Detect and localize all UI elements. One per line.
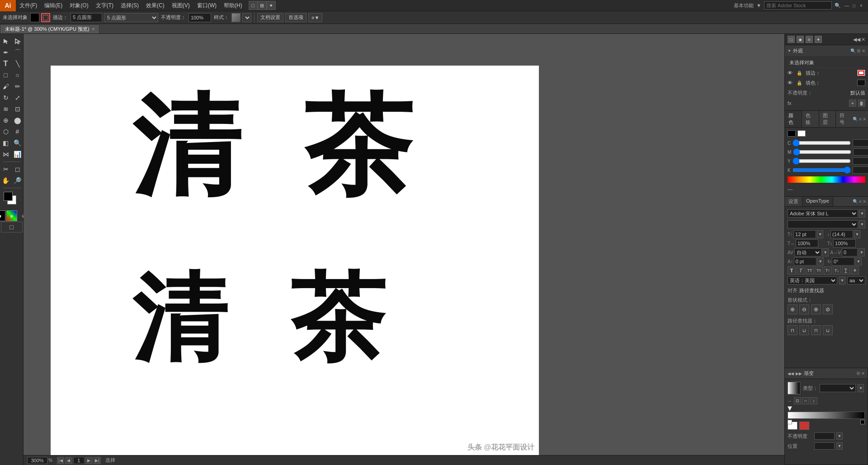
- font-style-select[interactable]: [788, 220, 858, 228]
- color-mode-gradient[interactable]: ■: [6, 210, 17, 221]
- nav-first-button[interactable]: |◀: [57, 457, 64, 464]
- menu-help[interactable]: 帮助(H): [220, 0, 246, 11]
- more-button[interactable]: ≡▼: [308, 13, 322, 22]
- grad-type-select[interactable]: [820, 384, 856, 392]
- tracking-dropdown[interactable]: ▼: [859, 248, 865, 256]
- menu-view[interactable]: 视图(V): [168, 0, 193, 11]
- rect-tool[interactable]: □: [0, 70, 11, 81]
- grad-stop-white[interactable]: [788, 420, 792, 424]
- c-value[interactable]: [853, 139, 868, 147]
- align-value[interactable]: 路径查找器: [799, 287, 824, 294]
- grad-settings-icon[interactable]: ⚙: [856, 371, 860, 376]
- superscript-button[interactable]: T↑: [824, 266, 832, 275]
- appearance-close-icon[interactable]: ✕: [862, 48, 865, 53]
- nav-prev-button[interactable]: ◀: [65, 457, 72, 464]
- k-slider[interactable]: [793, 167, 851, 173]
- gradient-track[interactable]: [788, 412, 865, 419]
- leading-dropdown[interactable]: ▼: [854, 230, 860, 238]
- k-value[interactable]: [853, 166, 868, 174]
- scale-h-input[interactable]: [796, 239, 818, 247]
- minus-button[interactable]: ⊖: [799, 304, 809, 314]
- eraser-tool[interactable]: ◻: [12, 164, 23, 175]
- curvature-tool[interactable]: ⌒: [12, 47, 23, 58]
- m-value[interactable]: [853, 148, 868, 156]
- menu-file[interactable]: 文件(F): [16, 0, 41, 11]
- tab-color[interactable]: 颜色: [785, 111, 802, 127]
- menu-window[interactable]: 窗口(W): [193, 0, 220, 11]
- gradient-tool[interactable]: ◧: [0, 138, 11, 148]
- font-dropdown-icon[interactable]: ▼: [859, 209, 865, 218]
- gradient-preview-swatch[interactable]: [788, 382, 800, 394]
- font-size-dropdown[interactable]: ▼: [817, 230, 823, 238]
- pf-btn-2[interactable]: ⊔: [799, 325, 809, 335]
- panel-icon-2[interactable]: ■: [797, 36, 804, 43]
- artboard-tool[interactable]: □: [1, 222, 23, 232]
- appearance-settings-icon[interactable]: ⚙: [857, 48, 861, 53]
- tracking-input[interactable]: [842, 248, 858, 256]
- rotate-dropdown[interactable]: ▼: [855, 257, 862, 266]
- delete-icon[interactable]: 🗑: [858, 100, 865, 107]
- fg-color-indicator[interactable]: [788, 130, 796, 137]
- zoom-tool[interactable]: 🔎: [12, 175, 23, 186]
- star-icon[interactable]: ✦: [267, 1, 276, 10]
- workspace-dropdown-icon[interactable]: ▼: [756, 3, 761, 8]
- appearance-search-icon[interactable]: 🔍: [850, 48, 856, 53]
- allcaps-button[interactable]: TT: [806, 266, 814, 275]
- stroke-input[interactable]: [71, 13, 102, 22]
- nav-next-button[interactable]: ▶: [85, 457, 93, 464]
- bold-button[interactable]: T: [788, 266, 796, 275]
- style-swatch[interactable]: [231, 13, 241, 22]
- color-close-icon[interactable]: ✕: [863, 117, 866, 122]
- direct-select-tool[interactable]: [12, 36, 23, 47]
- strikethrough-button[interactable]: T: [851, 266, 859, 275]
- style-dropdown[interactable]: ▼: [242, 13, 251, 22]
- stroke-select[interactable]: 5 点圆形: [104, 13, 158, 22]
- tab-symbols[interactable]: 符号: [836, 111, 853, 127]
- menu-edit[interactable]: 编辑(E): [41, 0, 66, 11]
- collapse-icon[interactable]: ✕: [861, 37, 865, 43]
- menu-effect[interactable]: 效果(C): [142, 0, 168, 11]
- color-spectrum[interactable]: [788, 176, 865, 183]
- search-input[interactable]: [764, 1, 832, 9]
- grad-btn-3[interactable]: ↕: [810, 397, 817, 404]
- font-style-dropdown[interactable]: ▼: [859, 220, 865, 228]
- grad-stop-black[interactable]: [860, 420, 865, 424]
- intersect-button[interactable]: ⊗: [811, 304, 821, 314]
- underline-button[interactable]: T̲: [842, 266, 850, 275]
- search-icon[interactable]: 🔍: [835, 3, 841, 9]
- grad-opacity-dropdown[interactable]: ▼: [836, 432, 843, 440]
- warp-tool[interactable]: ≋: [0, 104, 11, 114]
- char-search-icon[interactable]: 🔍: [853, 199, 858, 204]
- grad-collapse-icon[interactable]: ▶▶: [796, 371, 802, 376]
- grad-expand-icon[interactable]: ◀◀: [788, 371, 794, 376]
- grad-btn-1[interactable]: ⊡: [794, 397, 801, 404]
- color-menu-icon[interactable]: ≡: [859, 117, 862, 122]
- pen-tool[interactable]: ✒: [0, 47, 11, 58]
- tab-swatches[interactable]: 色板: [802, 111, 819, 127]
- grad-location-input[interactable]: [814, 442, 835, 450]
- language-select[interactable]: 英语：美国: [788, 276, 837, 285]
- page-input[interactable]: [73, 457, 85, 464]
- tab-opentype[interactable]: OpenType: [802, 197, 833, 206]
- mesh-tool[interactable]: #: [12, 126, 23, 137]
- stroke-color-swatch[interactable]: [857, 70, 865, 76]
- y-value[interactable]: [853, 157, 868, 165]
- selection-tool[interactable]: [0, 36, 11, 47]
- pf-btn-4[interactable]: ⊔: [823, 325, 833, 335]
- ellipse-tool[interactable]: ○: [12, 70, 23, 81]
- scale-tool[interactable]: ⤢: [12, 92, 23, 103]
- y-slider[interactable]: [793, 158, 851, 164]
- eye-icon-fill[interactable]: 👁: [788, 80, 795, 85]
- italic-button[interactable]: T: [797, 266, 805, 275]
- opacity-input[interactable]: [189, 13, 211, 22]
- pf-btn-1[interactable]: ⊓: [788, 325, 797, 335]
- eye-icon-stroke[interactable]: 👁: [788, 70, 795, 76]
- document-tab[interactable]: 未标题-1* @ 300% (CMYK/GPU 预览) ×: [0, 24, 99, 33]
- c-slider[interactable]: [793, 140, 851, 146]
- add-new-stroke-icon[interactable]: +: [849, 100, 856, 107]
- close-button[interactable]: ×: [858, 2, 864, 9]
- lock-icon-fill[interactable]: 🔒: [797, 81, 804, 85]
- brush-tool[interactable]: 🖌: [0, 81, 11, 92]
- live-paint-tool[interactable]: ⬤: [12, 115, 23, 126]
- menu-object[interactable]: 对象(O): [66, 0, 92, 11]
